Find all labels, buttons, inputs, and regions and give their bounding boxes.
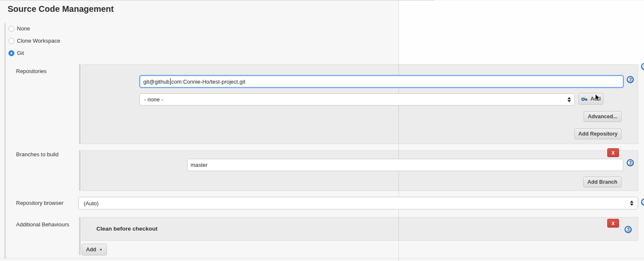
help-icon[interactable]: ? — [625, 226, 632, 233]
repository-url-input[interactable] — [139, 75, 624, 88]
section-bottom-border — [0, 258, 644, 259]
radio-none-label[interactable]: None — [17, 25, 30, 32]
text-caret — [170, 78, 171, 85]
key-icon — [581, 96, 588, 102]
top-border — [0, 0, 434, 0]
page-title: Source Code Management — [8, 4, 114, 14]
radio-git[interactable] — [8, 50, 14, 56]
right-column-panel — [398, 1, 644, 64]
behaviours-indent-bar — [79, 217, 81, 255]
additional-behaviours-section-label: Additional Behaviours — [16, 221, 69, 228]
repository-browser-label: Repository browser — [16, 200, 63, 206]
credentials-select[interactable]: - none - — [139, 93, 575, 106]
branches-indent-bar — [79, 150, 81, 191]
section-indent-bar — [4, 23, 6, 258]
help-icon[interactable]: ? — [641, 63, 644, 70]
add-behaviour-button[interactable]: Add ▼ — [82, 244, 107, 256]
credentials-selected-value: - none - — [144, 96, 163, 103]
mouse-cursor — [595, 94, 600, 103]
repository-browser-selected-value: (Auto) — [84, 200, 98, 207]
drag-handle-icon[interactable] — [87, 225, 92, 233]
column-divider — [398, 0, 399, 261]
advanced-button[interactable]: Advanced... — [584, 111, 622, 122]
add-branch-button[interactable]: Add Branch — [583, 177, 622, 188]
scm-config-page: Source Code Management None Clone Worksp… — [0, 0, 644, 261]
select-spinner-icon — [630, 201, 633, 206]
radio-none[interactable] — [8, 26, 14, 32]
add-repository-button[interactable]: Add Repository — [574, 128, 622, 139]
repositories-section-label: Repositories — [16, 68, 46, 74]
branches-section-label: Branches to build — [16, 151, 58, 158]
radio-clone-workspace[interactable] — [8, 38, 14, 44]
delete-behaviour-button[interactable]: X — [607, 219, 619, 228]
behaviours-section — [82, 217, 638, 241]
help-icon[interactable]: ? — [627, 159, 634, 166]
behaviour-title: Clean before checkout — [96, 226, 158, 232]
chevron-down-icon: ▼ — [99, 248, 103, 252]
add-behaviour-label: Add — [86, 247, 96, 253]
help-icon[interactable]: ? — [641, 198, 644, 206]
radio-git-label[interactable]: Git — [17, 50, 24, 56]
delete-branch-button[interactable]: X — [607, 148, 619, 157]
repositories-indent-bar — [79, 64, 81, 144]
radio-clone-workspace-label[interactable]: Clone Workspace — [17, 38, 60, 44]
help-icon[interactable]: ? — [627, 76, 634, 83]
repository-browser-select[interactable]: (Auto) — [78, 197, 638, 209]
branch-specifier-input[interactable] — [187, 159, 623, 171]
select-spinner-icon — [568, 97, 571, 102]
